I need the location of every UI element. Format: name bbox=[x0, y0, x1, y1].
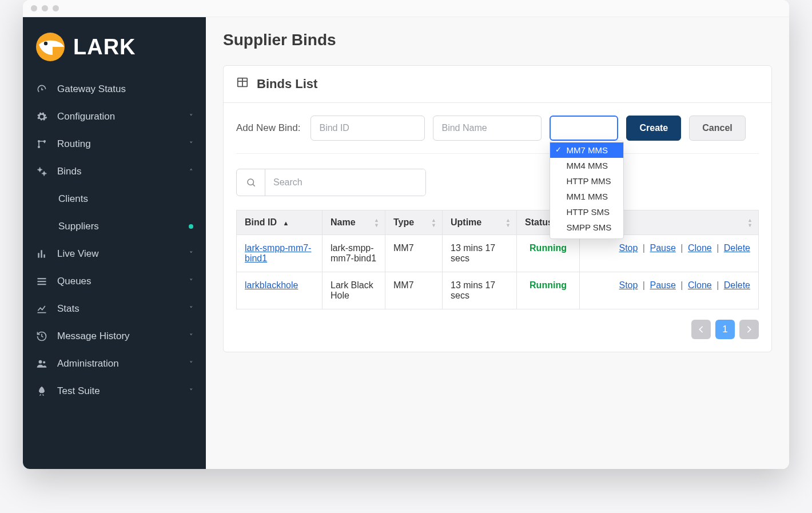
svg-rect-10 bbox=[38, 278, 46, 279]
sidebar-subitem-clients[interactable]: Clients bbox=[23, 185, 206, 213]
dropdown-option[interactable]: HTTP SMS bbox=[550, 204, 623, 220]
main-content: Supplier Binds Binds List Ad bbox=[206, 17, 789, 469]
dropdown-option[interactable]: HTTP MMS bbox=[550, 173, 623, 189]
page-prev[interactable] bbox=[691, 320, 711, 339]
bind-id-link[interactable]: larkblackhole bbox=[245, 280, 298, 290]
bind-id-link[interactable]: lark-smpp-mm7-bind1 bbox=[245, 243, 311, 263]
gears-icon bbox=[35, 166, 48, 177]
clone-action[interactable]: Clone bbox=[688, 243, 712, 253]
sidebar-item-label: Configuration bbox=[57, 111, 189, 122]
menu-icon bbox=[35, 276, 48, 287]
col-name[interactable]: Name ▲▼ bbox=[323, 210, 385, 235]
delete-action[interactable]: Delete bbox=[724, 243, 750, 253]
sort-icon: ▲▼ bbox=[431, 218, 436, 228]
cancel-button[interactable]: Cancel bbox=[689, 116, 745, 141]
col-type[interactable]: Type ▲▼ bbox=[385, 210, 443, 235]
svg-point-14 bbox=[43, 361, 45, 363]
table-icon bbox=[236, 76, 249, 92]
users-icon bbox=[35, 358, 48, 369]
dropdown-option[interactable]: MM7 MMS bbox=[550, 142, 623, 158]
sidebar-item-stats[interactable]: Stats˅ bbox=[23, 295, 206, 323]
add-bind-label: Add New Bind: bbox=[236, 122, 300, 134]
bind-uptime-cell: 13 mins 17 secs bbox=[443, 235, 517, 272]
window-maximize-dot[interactable] bbox=[53, 5, 59, 11]
brand-logo: LARK bbox=[23, 24, 206, 75]
bind-type-select[interactable]: MM7 MMSMM4 MMSHTTP MMSMM1 MMSHTTP SMSSMP… bbox=[550, 116, 618, 141]
sidebar-item-binds[interactable]: Binds˄ bbox=[23, 158, 206, 185]
svg-rect-11 bbox=[38, 281, 46, 282]
sidebar-item-queues[interactable]: Queues˅ bbox=[23, 268, 206, 295]
sidebar-item-label: Administration bbox=[57, 358, 189, 369]
page-next[interactable] bbox=[739, 320, 759, 339]
branch-icon bbox=[35, 138, 48, 150]
gauge-icon bbox=[35, 83, 48, 95]
pagination: 1 bbox=[236, 320, 759, 339]
svg-point-5 bbox=[38, 168, 41, 171]
window-minimize-dot[interactable] bbox=[42, 5, 48, 11]
sidebar-item-label: Queues bbox=[57, 276, 189, 287]
sidebar-item-administration[interactable]: Administration˅ bbox=[23, 350, 206, 377]
col-bind-id[interactable]: Bind ID ▲ bbox=[237, 210, 323, 235]
pause-action[interactable]: Pause bbox=[650, 280, 675, 290]
chevron-down-icon: ˅ bbox=[189, 332, 193, 341]
chevron-down-icon: ˅ bbox=[189, 305, 193, 313]
svg-rect-8 bbox=[41, 250, 42, 257]
stop-action[interactable]: Stop bbox=[619, 280, 638, 290]
window-titlebar bbox=[23, 0, 789, 17]
sidebar-item-gateway-status[interactable]: Gateway Status bbox=[23, 75, 206, 103]
sidebar-item-label: Live View bbox=[57, 248, 189, 260]
search-input[interactable] bbox=[265, 169, 425, 196]
svg-rect-9 bbox=[43, 254, 45, 258]
delete-action[interactable]: Delete bbox=[724, 280, 750, 290]
svg-line-19 bbox=[253, 184, 254, 186]
svg-rect-12 bbox=[38, 284, 46, 285]
table-row: larkblackholeLark Black HoleMM713 mins 1… bbox=[237, 272, 759, 309]
sidebar-subitem-suppliers[interactable]: Suppliers bbox=[23, 213, 206, 240]
chevron-down-icon: ˅ bbox=[189, 387, 193, 396]
chevron-down-icon: ˅ bbox=[189, 140, 193, 149]
svg-point-2 bbox=[38, 140, 40, 142]
card-header: Binds List bbox=[224, 66, 771, 103]
bind-type-cell: MM7 bbox=[385, 235, 443, 272]
svg-point-13 bbox=[39, 360, 42, 364]
svg-point-3 bbox=[38, 146, 40, 148]
create-button[interactable]: Create bbox=[626, 116, 681, 141]
sidebar-item-label: Gateway Status bbox=[57, 83, 193, 95]
sidebar-item-label: Routing bbox=[57, 138, 189, 150]
pause-action[interactable]: Pause bbox=[650, 243, 675, 253]
sidebar-item-test-suite[interactable]: Test Suite˅ bbox=[23, 377, 206, 405]
sort-icon: ▲▼ bbox=[747, 218, 753, 228]
page-current[interactable]: 1 bbox=[715, 320, 735, 339]
dropdown-option[interactable]: MM1 MMS bbox=[550, 189, 623, 204]
lark-logo-icon bbox=[35, 32, 65, 62]
svg-point-6 bbox=[43, 172, 46, 175]
search-row bbox=[236, 169, 759, 196]
stop-action[interactable]: Stop bbox=[619, 243, 638, 253]
svg-rect-7 bbox=[38, 253, 39, 257]
dropdown-option[interactable]: MM4 MMS bbox=[550, 158, 623, 173]
bind-id-input[interactable] bbox=[311, 116, 425, 141]
col-uptime[interactable]: Uptime ▲▼ bbox=[443, 210, 517, 235]
svg-point-1 bbox=[44, 42, 47, 45]
sidebar: LARK Gateway StatusConfiguration˅Routing… bbox=[23, 17, 206, 469]
window-close-dot[interactable] bbox=[31, 5, 37, 11]
clone-action[interactable]: Clone bbox=[688, 280, 712, 290]
bar-chart-icon bbox=[35, 248, 48, 260]
sidebar-item-configuration[interactable]: Configuration˅ bbox=[23, 103, 206, 130]
bind-uptime-cell: 13 mins 17 secs bbox=[443, 272, 517, 309]
rocket-icon bbox=[35, 385, 48, 397]
binds-table: Bind ID ▲ Name ▲▼ Type ▲▼ bbox=[236, 210, 759, 309]
dropdown-option[interactable]: SMPP SMS bbox=[550, 220, 623, 235]
sidebar-item-live-view[interactable]: Live View˅ bbox=[23, 240, 206, 268]
search-icon bbox=[237, 169, 265, 196]
status-badge: Running bbox=[530, 280, 567, 290]
bind-name-input[interactable] bbox=[433, 116, 542, 141]
sidebar-item-message-history[interactable]: Message History˅ bbox=[23, 323, 206, 350]
svg-point-18 bbox=[248, 179, 254, 185]
app-window: LARK Gateway StatusConfiguration˅Routing… bbox=[23, 0, 789, 469]
bind-type-cell: MM7 bbox=[385, 272, 443, 309]
history-icon bbox=[35, 331, 48, 342]
bind-name-cell: Lark Black Hole bbox=[323, 272, 385, 309]
chevron-down-icon: ˅ bbox=[189, 277, 193, 286]
sidebar-item-routing[interactable]: Routing˅ bbox=[23, 130, 206, 158]
